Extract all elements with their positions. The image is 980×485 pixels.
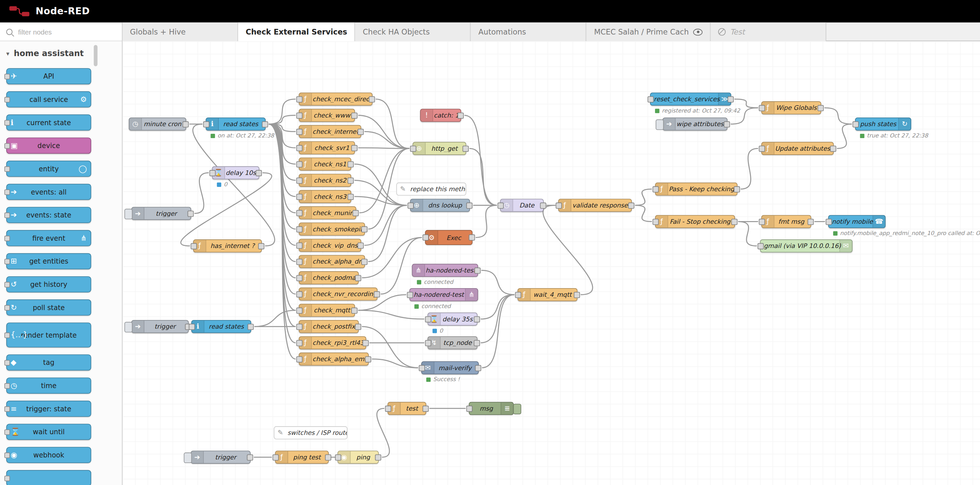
node-wait-4-mqtt[interactable]: ƒwait_4_mqtt [517,288,578,301]
flow-canvas[interactable]: ◷minute cronℹread stateson at: Oct 27, 2… [123,41,980,485]
node-check-ns2[interactable]: ƒcheck_ns2 [299,173,351,187]
palette-item-webhook[interactable]: ◉webhook [6,447,91,463]
tab-globals-hive[interactable]: Globals + Hive [123,22,238,41]
output-port[interactable] [574,291,580,298]
input-port[interactable] [296,226,302,232]
input-port[interactable] [418,365,425,371]
node-check-smokeping[interactable]: ƒcheck_smokeping [299,223,365,236]
input-port[interactable] [296,194,302,200]
output-port[interactable] [248,323,254,330]
node-test-fn[interactable]: ƒtest [387,402,426,415]
node-trigger-1[interactable]: ➔trigger [131,207,191,220]
input-port[interactable] [296,258,302,265]
input-port[interactable] [826,218,832,225]
node-check-ns3[interactable]: ƒcheck_ns3 [299,190,351,203]
input-port[interactable] [757,243,764,249]
wire-check-internet-to-http-get[interactable] [364,132,410,148]
eye-icon[interactable] [693,29,702,35]
output-port[interactable] [727,96,734,102]
output-port[interactable] [369,96,375,102]
output-port[interactable] [474,267,481,274]
palette-scrollbar[interactable] [94,45,97,67]
node-check-alpha-dns[interactable]: ƒcheck_alpha_dns [299,255,365,268]
wire-trigger-1-to-delay-10s[interactable] [194,173,209,213]
node-trigger-2[interactable]: ➔trigger [131,320,189,333]
output-port[interactable] [256,170,262,176]
output-port[interactable] [355,275,361,281]
palette-item-call-service[interactable]: ⚙call service [6,91,91,108]
palette-item-trigger-state[interactable]: ≡trigger: state [6,401,91,417]
wire-wipe-globals-to-push-states[interactable] [824,108,852,124]
input-port[interactable] [466,405,473,412]
node-check-postfix[interactable]: ƒcheck_postfix [299,320,359,333]
input-port[interactable] [296,340,302,346]
output-port[interactable] [348,194,354,200]
node-delay-10s[interactable]: ⌛delay 10s [212,166,259,180]
input-port[interactable] [296,161,302,167]
wire-pass-keep-to-update-attributes[interactable] [741,148,758,189]
input-port[interactable] [335,454,341,460]
input-port[interactable] [853,121,859,127]
output-port[interactable] [466,202,473,208]
node-check-podman[interactable]: ƒcheck_podman [299,271,359,285]
inject-button[interactable] [184,452,192,463]
wire-wait-4-mqtt-to-validate-response[interactable] [543,205,593,294]
input-port[interactable] [759,105,765,111]
output-port[interactable] [469,234,475,241]
input-port[interactable] [203,121,210,127]
input-port[interactable] [296,96,302,102]
wire-read-states-2-to-check-mqtt[interactable] [254,310,296,327]
input-port[interactable] [759,145,765,152]
inject-button[interactable] [124,209,132,219]
node-tcp-node[interactable]: ↯tcp_node [428,336,478,350]
wire-has-internet-to-read-states-1[interactable] [193,124,275,246]
input-port[interactable] [296,145,302,151]
palette-item-device[interactable]: ▣device [6,137,91,154]
output-port[interactable] [457,112,464,119]
tab-mcec-salah-prime-cach[interactable]: MCEC Salah / Prime Cach [587,22,711,41]
output-port[interactable] [355,323,361,330]
output-port[interactable] [807,218,814,225]
input-port[interactable] [296,323,302,330]
node-catch-1[interactable]: !catch: 1 [420,109,461,122]
input-port[interactable] [189,323,195,330]
node-dns-lookup[interactable]: ⊕dns lookup [410,199,470,212]
tab-check-ha-objects[interactable]: Check HA Objects [355,22,471,41]
output-port[interactable] [830,145,836,152]
palette-item-render-template[interactable]: {…}render template [6,322,91,347]
node-check-rpi3-rtl433[interactable]: ƒcheck_rpi3_rtl433 [299,336,366,350]
node-exec-node[interactable]: ⚙Exec [425,230,473,245]
inject-button[interactable] [655,119,663,130]
node-check-svr1[interactable]: ƒcheck_svr1 [299,141,355,154]
output-port[interactable] [325,454,331,460]
node-check-munin[interactable]: ƒcheck_munin [299,206,356,219]
input-port[interactable] [423,234,429,241]
node-comment-2[interactable]: ✎switches / ISP router [274,426,348,439]
output-port[interactable] [374,291,380,297]
palette-item-tag[interactable]: ◆tag [6,354,91,371]
node-read-states-1[interactable]: ℹread states [205,118,266,131]
node-has-internet[interactable]: ƒhas_internet ? [193,239,262,253]
node-wipe-globals[interactable]: ƒWipe Globals [761,101,821,114]
output-port[interactable] [365,356,371,362]
wire-check-alpha-dns-to-dns-lookup[interactable] [368,205,407,261]
input-port[interactable] [272,454,279,460]
output-port[interactable] [188,210,194,217]
node-mqtt-in[interactable]: ⋔ha-nodered-test [412,264,478,277]
node-check-nvr-recordings[interactable]: ƒcheck_nvr_recordings [299,288,377,301]
input-port[interactable] [385,405,391,412]
output-port[interactable] [348,161,354,167]
tab-check-external-services[interactable]: Check External Services [238,22,355,41]
node-ping-test[interactable]: ƒping test [275,450,329,464]
input-port[interactable] [210,170,216,176]
wire-mqtt-in-to-wait-4-mqtt[interactable] [481,270,515,294]
input-port[interactable] [498,202,504,208]
node-check-alpha-email[interactable]: ƒcheck_alpha_email [299,353,369,366]
node-fmt-msg[interactable]: ƒfmt msg [761,215,811,228]
output-port[interactable] [363,340,369,346]
output-port[interactable] [351,112,358,119]
input-port[interactable] [191,243,197,249]
wire-check-mqtt-to-delay-35s[interactable] [358,310,425,319]
wire-read-states-1-to-check-www[interactable] [269,115,296,124]
output-port[interactable] [731,218,738,225]
